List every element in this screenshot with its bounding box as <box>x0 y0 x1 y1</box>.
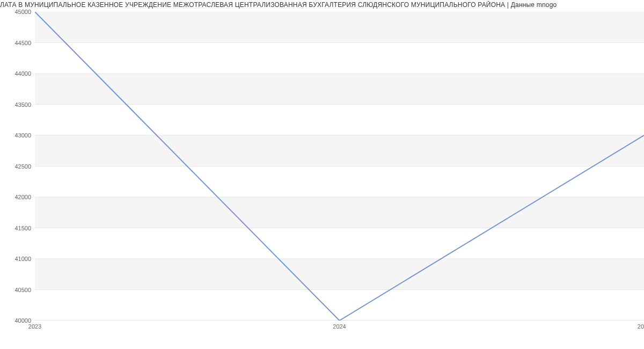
x-tick-label: 2025 <box>638 323 644 330</box>
x-tick-label: 2023 <box>28 323 41 330</box>
svg-rect-0 <box>35 259 644 290</box>
y-tick-label: 44500 <box>14 40 31 46</box>
plot-area <box>35 12 644 321</box>
y-tick-label: 43500 <box>14 101 31 108</box>
y-tick-label: 44000 <box>14 70 31 77</box>
chart-svg <box>35 12 644 321</box>
chart-container: ЛАТА В МУНИЦИПАЛЬНОЕ КАЗЕННОЕ УЧРЕЖДЕНИЕ… <box>0 0 644 349</box>
svg-rect-4 <box>35 12 644 43</box>
x-tick-label: 2024 <box>333 323 346 330</box>
y-tick-label: 43000 <box>14 132 31 139</box>
y-tick-label: 41000 <box>14 256 31 262</box>
svg-rect-1 <box>35 197 644 228</box>
y-tick-label: 42500 <box>14 163 31 170</box>
y-tick-label: 41500 <box>14 225 31 231</box>
y-tick-label: 42000 <box>14 194 31 200</box>
svg-rect-2 <box>35 135 644 166</box>
chart-title: ЛАТА В МУНИЦИПАЛЬНОЕ КАЗЕННОЕ УЧРЕЖДЕНИЕ… <box>0 1 644 9</box>
svg-rect-3 <box>35 74 644 105</box>
y-tick-label: 45000 <box>14 9 31 15</box>
y-tick-label: 40500 <box>14 287 31 293</box>
